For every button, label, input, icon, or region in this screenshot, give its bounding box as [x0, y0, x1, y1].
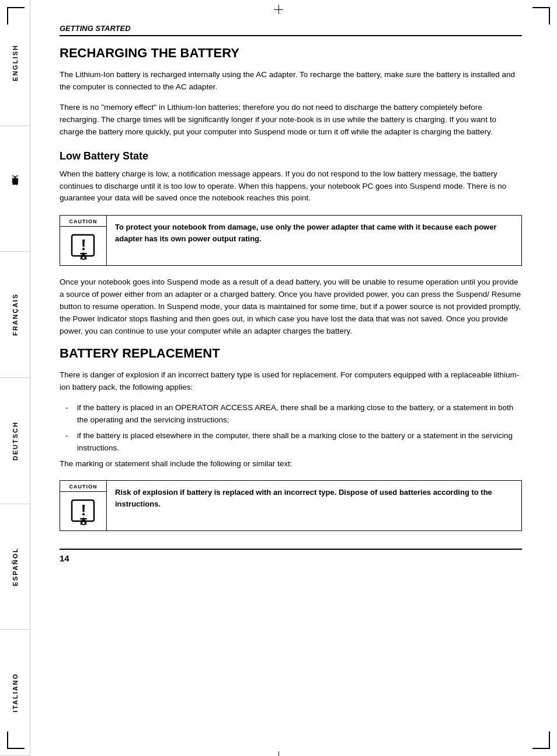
- sidebar-section-italiano: ITALIANO: [0, 630, 30, 756]
- sidebar-label-espanol: ESPAÑOL: [12, 547, 19, 586]
- caution-text-1: To protect your notebook from damage, us…: [107, 216, 521, 265]
- caution-text-1-content: To protect your notebook from damage, us…: [115, 223, 497, 243]
- section1-subsection-title: Low Battery State: [60, 150, 522, 162]
- sidebar: ENGLISH 繁體中文 FRANÇAIS DEUTSCH ESPAÑOL IT…: [0, 0, 30, 756]
- sidebar-label-deutsch: DEUTSCH: [12, 421, 19, 460]
- caution-icon-2: !: [69, 497, 98, 527]
- sidebar-section-francais: FRANÇAIS: [0, 252, 30, 378]
- list-item: if the battery is placed in an OPERATOR …: [71, 402, 522, 426]
- caution-box-2: CAUTION ! Risk of explosion if battery i…: [60, 480, 522, 531]
- caution-text-2-content: Risk of explosion if battery is replaced…: [115, 488, 492, 508]
- page-number: 14: [60, 553, 69, 563]
- caution-icon-area-1: !: [60, 227, 106, 265]
- sidebar-label-italiano: ITALIANO: [12, 673, 19, 712]
- sidebar-section-chinese: 繁體中文: [0, 126, 30, 252]
- caution-text-2: Risk of explosion if battery is replaced…: [107, 481, 521, 530]
- page-header-title: GETTING STARTED: [60, 24, 131, 33]
- section1-title: RECHARGING THE BATTERY: [60, 46, 522, 61]
- sidebar-label-english: ENGLISH: [12, 44, 19, 81]
- sidebar-section-deutsch: DEUTSCH: [0, 378, 30, 504]
- svg-text:!: !: [81, 236, 86, 254]
- section1-subsection-para: When the battery charge is low, a notifi…: [60, 168, 522, 205]
- caution-left-1: CAUTION !: [60, 216, 107, 265]
- section1-para2: There is no "memory effect" in Lithium-I…: [60, 102, 522, 138]
- main-content: GETTING STARTED RECHARGING THE BATTERY T…: [30, 0, 557, 587]
- section1-para1: The Lithium-Ion battery is recharged int…: [60, 69, 522, 93]
- section1-para3: Once your notebook goes into Suspend mod…: [60, 276, 522, 338]
- caution-label-2: CAUTION: [60, 482, 106, 492]
- page-header: GETTING STARTED: [60, 23, 522, 36]
- corner-mark-br: [532, 731, 550, 749]
- page-footer: 14: [60, 549, 522, 563]
- caution-box-1: CAUTION ! To protect your notebook from …: [60, 215, 522, 266]
- svg-text:!: !: [81, 501, 86, 519]
- section2-para1: There is danger of explosion if an incor…: [60, 369, 522, 394]
- corner-mark-tr: [532, 7, 550, 25]
- sidebar-section-espanol: ESPAÑOL: [0, 504, 30, 630]
- caution-icon-area-2: !: [60, 492, 106, 530]
- caution-left-2: CAUTION !: [60, 481, 107, 530]
- sidebar-label-chinese: 繁體中文: [11, 186, 19, 191]
- caution-label-1: CAUTION: [60, 217, 106, 227]
- list-item: if the battery is placed elsewhere in th…: [71, 430, 522, 455]
- sidebar-label-francais: FRANÇAIS: [12, 293, 19, 336]
- section2-para2: The marking or statement shall include t…: [60, 458, 522, 470]
- section2-bullet-list: if the battery is placed in an OPERATOR …: [71, 402, 522, 455]
- caution-icon-1: !: [69, 231, 98, 262]
- section2-title: BATTERY REPLACEMENT: [60, 346, 522, 361]
- sidebar-section-english: ENGLISH: [0, 0, 30, 126]
